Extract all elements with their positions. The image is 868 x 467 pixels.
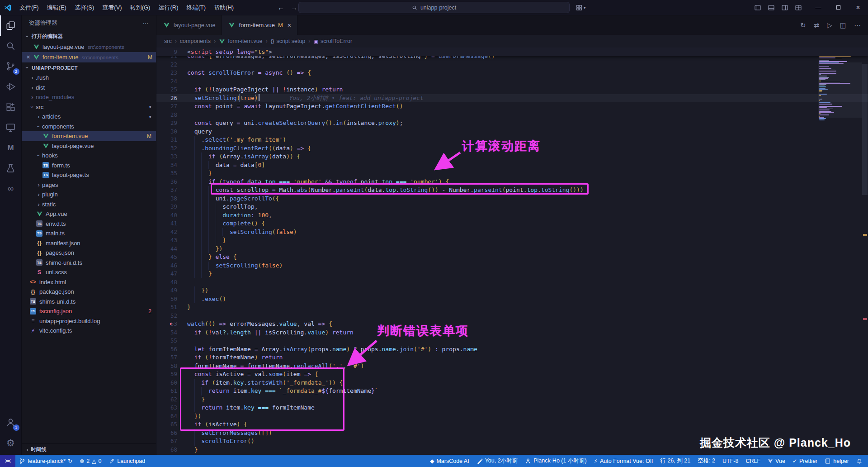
- remote-window-button[interactable]: ><: [0, 455, 15, 467]
- code-line-53[interactable]: ▶53watch(() => errorMessages.value, val …: [156, 320, 868, 329]
- code-line-27[interactable]: 27 const point = await layoutPageInject.…: [156, 102, 868, 111]
- autoformat-item[interactable]: ⚡Auto Format Vue: Off: [590, 455, 657, 467]
- marscode-item[interactable]: ◆MarsCode AI: [426, 455, 473, 467]
- testing-icon[interactable]: [0, 158, 22, 178]
- tree-item-layout-page.ts[interactable]: TSlayout-page.ts: [22, 170, 156, 180]
- tree-item-uniapp-project.build.log[interactable]: ≡uniapp-project.build.log: [22, 316, 156, 326]
- menu-G[interactable]: 转到(G): [126, 0, 155, 15]
- tree-item-manifest.json[interactable]: {}manifest.json: [22, 238, 156, 248]
- customize-layout-icon[interactable]: [795, 4, 802, 11]
- code-line-31[interactable]: 31 .select('.my-form-item'): [156, 136, 868, 144]
- cursor-position-item[interactable]: 行 26, 列 21: [656, 455, 694, 467]
- code-line-61[interactable]: 61 return item.key === `_formdata_#${for…: [156, 387, 868, 396]
- code-line-48[interactable]: 48: [156, 278, 868, 287]
- sidebar-more-actions-icon[interactable]: ⋯: [143, 20, 149, 27]
- tree-item-hooks[interactable]: ›hooks: [22, 151, 156, 161]
- sticky-scroll-line[interactable]: 9<script setup lang="ts">: [156, 48, 868, 56]
- tree-item-form-item.vue[interactable]: form-item.vueM: [22, 131, 156, 141]
- tree-item-node_modules[interactable]: ›node_modules: [22, 92, 156, 102]
- code-line-26[interactable]: 26 setScrolling(true)You, 2小时前 • feat: a…: [156, 94, 868, 103]
- run-file-icon[interactable]: ▷: [827, 21, 832, 29]
- code-line-32[interactable]: 32 .boundingClientRect((data) => {: [156, 144, 868, 153]
- minimap[interactable]: [819, 49, 861, 122]
- command-center-search[interactable]: uniapp-project: [298, 2, 570, 13]
- source-control-icon[interactable]: 2: [0, 56, 22, 76]
- open-editors-header[interactable]: › 打开的编辑器: [22, 31, 156, 42]
- code-line-29[interactable]: 29 const query = uni.createSelectorQuery…: [156, 119, 868, 128]
- copilot-menu-button[interactable]: ▾: [576, 5, 586, 11]
- tree-item-env.d.ts[interactable]: TSenv.d.ts: [22, 219, 156, 229]
- code-editor[interactable]: 9<script setup lang="ts"> 21const { erro…: [156, 48, 868, 455]
- scrollbar-thumb[interactable]: [862, 64, 868, 195]
- tab-form-item.vue[interactable]: form-item.vueM×: [222, 15, 298, 35]
- split-editor-icon[interactable]: ◫: [840, 21, 846, 29]
- tree-item-shims-uni.d.ts[interactable]: TSshims-uni.d.ts: [22, 297, 156, 307]
- close-icon[interactable]: ×: [288, 22, 291, 29]
- breadcrumb-item-components[interactable]: components: [180, 38, 211, 44]
- code-line-52[interactable]: 52: [156, 312, 868, 320]
- extensions-icon[interactable]: [0, 97, 22, 117]
- tree-item-App.vue[interactable]: App.vue: [22, 209, 156, 219]
- project-section-header[interactable]: › UNIAPP-PROJECT: [22, 62, 156, 73]
- breadcrumb-item-form-item.vue[interactable]: form-item.vue: [219, 38, 262, 45]
- accounts-icon[interactable]: 1: [0, 412, 22, 433]
- tree-item-plugin[interactable]: ›plugin: [22, 190, 156, 200]
- file-history-icon[interactable]: ↻: [800, 21, 806, 29]
- code-line-23[interactable]: 23const scrollToError = async () => {: [156, 69, 868, 77]
- prettier-item[interactable]: ✓Prettier: [789, 455, 821, 467]
- code-line-65[interactable]: 65 if (isActive) {: [156, 420, 868, 429]
- menu-R[interactable]: 运行(R): [154, 0, 182, 15]
- tree-item-vite.config.ts[interactable]: ⚡vite.config.ts: [22, 326, 156, 336]
- tree-item-layout-page.vue[interactable]: layout-page.vue: [22, 141, 156, 151]
- code-line-24[interactable]: 24: [156, 77, 868, 86]
- tree-item-shime-uni.d.ts[interactable]: TSshime-uni.d.ts: [22, 258, 156, 268]
- open-editor-form-item.vue[interactable]: ✕form-item.vuesrc\componentsM: [22, 52, 156, 62]
- more-actions-icon[interactable]: ⋯: [854, 21, 861, 29]
- problems-item[interactable]: ⊗2△0: [76, 455, 105, 467]
- close-icon[interactable]: ✕: [24, 54, 32, 60]
- code-line-46[interactable]: 46 setScrolling(false): [156, 262, 868, 270]
- tree-item-.rush[interactable]: ›.rush: [22, 73, 156, 83]
- tree-item-main.ts[interactable]: TSmain.ts: [22, 229, 156, 238]
- menu-T[interactable]: 终端(T): [182, 0, 210, 15]
- code-line-51[interactable]: 51}: [156, 303, 868, 312]
- code-line-37[interactable]: 37 const scrollTop = Math.abs(Number.par…: [156, 186, 868, 195]
- tree-item-static[interactable]: ›static: [22, 200, 156, 210]
- tree-item-components[interactable]: ›components: [22, 122, 156, 132]
- tree-item-src[interactable]: ›src●: [22, 102, 156, 112]
- nav-back-icon[interactable]: ←: [278, 4, 284, 11]
- run-debug-icon[interactable]: [0, 76, 22, 97]
- code-line-22[interactable]: 22: [156, 61, 868, 69]
- git-branch-item[interactable]: feature-planck*↻: [15, 455, 76, 467]
- settings-icon[interactable]: ⚙: [0, 433, 22, 453]
- tree-item-index.html[interactable]: <>index.html: [22, 277, 156, 287]
- nav-forward-icon[interactable]: →: [291, 4, 297, 11]
- open-editor-layout-page.vue[interactable]: layout-page.vuesrc\components: [22, 42, 156, 52]
- eol-item[interactable]: CRLF: [742, 455, 764, 467]
- code-line-54[interactable]: 54 if (!val?.length || isScrolling.value…: [156, 329, 868, 337]
- language-item[interactable]: Vue: [764, 455, 789, 467]
- marscode-icon[interactable]: M: [0, 138, 22, 158]
- code-line-30[interactable]: 30 query: [156, 128, 868, 136]
- code-line-58[interactable]: 58 formItemName = formItemName.replaceAl…: [156, 362, 868, 371]
- code-line-59[interactable]: 59 const isActive = val.some(item => {: [156, 370, 868, 379]
- code-line-35[interactable]: 35 }: [156, 169, 868, 178]
- maximize-button[interactable]: [828, 0, 848, 15]
- breadcrumb-item-src[interactable]: src: [164, 38, 172, 44]
- open-changes-icon[interactable]: ⇄: [814, 21, 820, 29]
- editor-scrollbar[interactable]: [862, 48, 868, 455]
- breadcrumb-item-scrollToError[interactable]: ▣scrollToError: [313, 38, 352, 44]
- minimize-button[interactable]: —: [808, 0, 828, 15]
- encoding-item[interactable]: UTF-8: [719, 455, 742, 467]
- database-tools-icon[interactable]: ∞: [0, 178, 22, 199]
- code-line-50[interactable]: 50 .exec(): [156, 295, 868, 304]
- toggle-panel-icon[interactable]: [768, 4, 775, 11]
- explorer-icon[interactable]: [0, 15, 22, 36]
- menu-H[interactable]: 帮助(H): [210, 0, 238, 15]
- menu-V[interactable]: 查看(V): [98, 0, 126, 15]
- notifications-bell[interactable]: [853, 455, 866, 467]
- code-line-62[interactable]: 62 }: [156, 396, 868, 404]
- breadcrumb-item-script-setup[interactable]: {}script setup: [271, 38, 306, 44]
- code-line-25[interactable]: 25 if (!layoutPageInject || !instance) r…: [156, 86, 868, 94]
- code-line-45[interactable]: 45 } else {: [156, 253, 868, 262]
